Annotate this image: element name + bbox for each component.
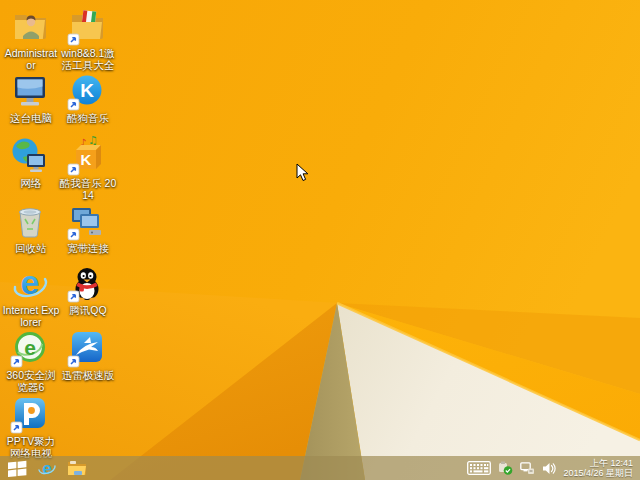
desktop-icon-label: Administrator [2,47,60,71]
desktop-icon-recycle-bin[interactable]: 回收站 [2,201,58,254]
desktop: Administrator win8&8.1激活工具大全 [0,0,640,480]
shortcut-arrow-icon [68,291,79,302]
xunlei-bird-icon [59,328,115,368]
qq-penguin-icon [59,263,115,303]
shortcut-arrow-icon [11,356,22,367]
desktop-icon-label: 腾讯QQ [59,304,117,316]
shortcut-arrow-icon [11,422,22,433]
desktop-icon-qq[interactable]: 腾讯QQ [59,263,115,316]
desktop-icon-label: 网络 [2,177,60,189]
tray-time: 上午 12:41 [563,458,633,469]
ie-icon: e [2,263,58,303]
network-icon[interactable] [520,456,535,480]
desktop-icon-xunlei[interactable]: 迅雷极速版 [59,328,115,381]
360-browser-icon: e [2,328,58,368]
svg-text:K: K [81,151,92,168]
desktop-icon-label: 回收站 [2,242,60,254]
desktop-icon-label: 酷狗音乐 [59,112,117,124]
pptv-icon [2,394,58,434]
desktop-icon-this-pc[interactable]: 这台电脑 [2,71,58,124]
desktop-icon-label: 酷我音乐 2014 [59,177,117,201]
ie-icon: e [37,458,57,478]
safely-remove-hardware-icon[interactable] [498,456,513,480]
computer-icon [2,71,58,111]
desktop-icon-pptv[interactable]: PPTV聚力 网络电视 [2,394,58,459]
shortcut-arrow-icon [68,99,79,110]
tray-clock[interactable]: 上午 12:41 2015/4/26 星期日 [563,458,633,479]
desktop-icon-label: win8&8.1激活工具大全 [59,47,117,71]
desktop-icon-kugou[interactable]: K 酷狗音乐 [59,71,115,124]
desktop-icon-win8-tools[interactable]: win8&8.1激活工具大全 [59,6,115,71]
svg-text:e: e [42,459,51,478]
desktop-icon-broadband[interactable]: 宽带连接 [59,201,115,254]
folder-with-book-icon [59,6,115,46]
kuwo-music-icon: ♪ ♫ K [59,136,115,176]
desktop-icon-kuwo[interactable]: ♪ ♫ K 酷我音乐 2014 [59,136,115,201]
desktop-icon-label: 迅雷极速版 [59,369,117,381]
file-explorer-icon [67,459,87,477]
windows-logo-icon [8,460,27,477]
shortcut-arrow-icon [68,164,79,175]
taskbar: e [0,456,640,480]
kugou-music-icon: K [59,71,115,111]
recycle-bin-icon [2,201,58,241]
shortcut-arrow-icon [68,34,79,45]
taskbar-ie-button[interactable]: e [32,456,62,480]
tray-date: 2015/4/26 星期日 [563,468,633,479]
touch-keyboard-icon[interactable] [467,456,491,480]
desktop-icon-label: 宽带连接 [59,242,117,254]
desktop-icon-label: Internet Explorer [2,304,60,328]
mouse-cursor-icon [296,163,309,182]
shortcut-arrow-icon [68,356,79,367]
network-globe-icon [2,136,58,176]
desktop-icon-network[interactable]: 网络 [2,136,58,189]
system-tray: 上午 12:41 2015/4/26 星期日 [467,456,640,480]
desktop-icon-label: 360安全浏览器6 [2,369,60,393]
desktop-icon-internet-explorer[interactable]: e Internet Explorer [2,263,58,328]
broadband-connection-icon [59,201,115,241]
shortcut-arrow-icon [68,229,79,240]
svg-text:e: e [24,336,36,359]
user-folder-icon [2,6,58,46]
desktop-icon-360-browser[interactable]: e 360安全浏览器6 [2,328,58,393]
desktop-icon-administrator[interactable]: Administrator [2,6,58,71]
taskbar-explorer-button[interactable] [62,456,92,480]
desktop-icon-label: 这台电脑 [2,112,60,124]
start-button[interactable] [2,456,32,480]
svg-text:K: K [80,80,94,101]
volume-icon[interactable] [542,456,556,480]
